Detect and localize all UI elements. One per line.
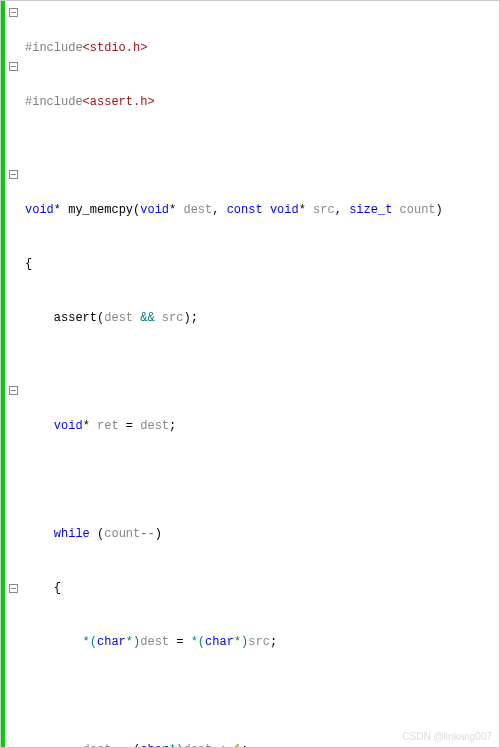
fold-toggle[interactable] xyxy=(9,170,18,179)
fold-toggle[interactable] xyxy=(9,584,18,593)
code-line: void* ret = dest; xyxy=(25,417,499,435)
fold-toggle[interactable] xyxy=(9,386,18,395)
code-line: *(char*)dest = *(char*)src; xyxy=(25,633,499,651)
watermark: CSDN @linkang007 xyxy=(402,729,492,744)
code-editor: #include<stdio.h> #include<assert.h> voi… xyxy=(0,0,500,748)
code-line: assert(dest && src); xyxy=(25,309,499,327)
fold-toggle[interactable] xyxy=(9,62,18,71)
code-line: while (count--) xyxy=(25,525,499,543)
fold-gutter xyxy=(5,1,21,747)
code-area: #include<stdio.h> #include<assert.h> voi… xyxy=(21,1,499,747)
code-line: { xyxy=(25,255,499,273)
code-line: void* my_memcpy(void* dest, const void* … xyxy=(25,201,499,219)
code-line: #include<assert.h> xyxy=(25,93,499,111)
fold-toggle[interactable] xyxy=(9,8,18,17)
code-line: { xyxy=(25,579,499,597)
code-line: #include<stdio.h> xyxy=(25,39,499,57)
